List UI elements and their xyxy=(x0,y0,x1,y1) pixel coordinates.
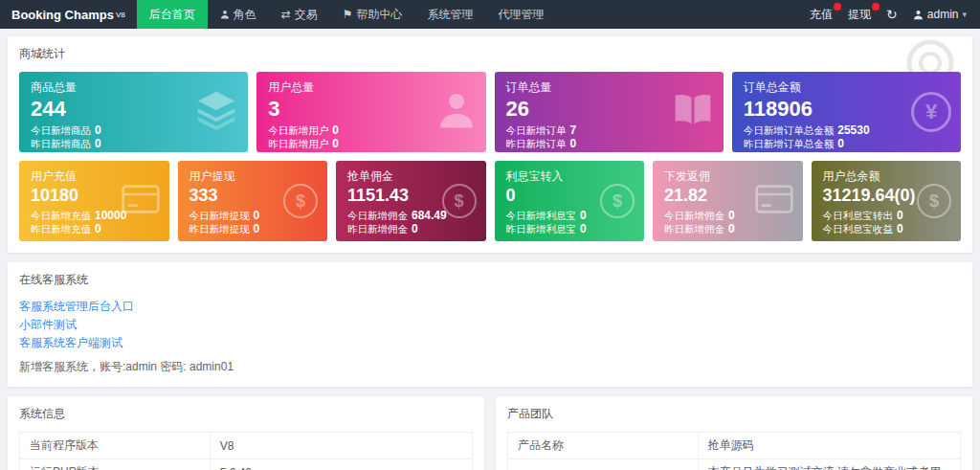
stat-sub-label: 昨日新增订单总金额 xyxy=(744,137,835,150)
stat-sub-label: 昨日新增订单 xyxy=(506,137,567,150)
stat-sub-today: 今日利息宝转出0 xyxy=(823,209,950,222)
stat-card-content: 用户提现 333 今日新增提现0 昨日新增提现0 xyxy=(189,168,317,235)
menu-label: 角色 xyxy=(234,7,256,23)
stat-card-orders: 订单总量 26 今日新增订单7 昨日新增订单0 xyxy=(495,72,724,152)
stat-sub-value: 0 xyxy=(95,137,101,150)
recharge-link[interactable]: 充值 xyxy=(810,7,833,23)
stat-card-interest-in: 利息宝转入 0 今日新增利息宝0 昨日新增利息宝0 $ xyxy=(495,161,645,241)
stat-label: 抢单佣金 xyxy=(347,168,475,185)
recharge-badge-dot xyxy=(834,3,841,11)
stat-sub-yesterday: 昨日新增利息宝0 xyxy=(506,222,634,235)
stat-label: 订单总金额 xyxy=(744,79,949,96)
stat-card-order-amount: 订单总金额 118906 今日新增订单总金额25530 昨日新增订单总金额0 ¥ xyxy=(732,72,961,152)
stat-sub-today: 今日新增佣金684.49 xyxy=(347,209,475,222)
table-row: 运行PHP版本 5.6.40 xyxy=(20,459,473,470)
stat-value: 21.82 xyxy=(664,186,791,206)
stat-card-content: 用户总余额 31219.64(0) 今日利息宝转出0 今日利息宝收益0 xyxy=(823,168,950,235)
stat-label: 商品总量 xyxy=(31,79,236,96)
main-menu: 后台首页 角色 ⇄ 交易 ⚑ 帮助中心 系统管理 代理管理 xyxy=(137,0,557,29)
stat-sub-value: 0 xyxy=(412,222,418,235)
stat-sub-value: 0 xyxy=(570,137,577,150)
recharge-label: 充值 xyxy=(810,8,833,21)
menu-item-help-center[interactable]: ⚑ 帮助中心 xyxy=(330,0,415,29)
stat-value: 31219.64(0) xyxy=(823,186,950,206)
stat-value: 10180 xyxy=(31,186,158,206)
info-label: 当前程序版本 xyxy=(20,433,211,459)
stats-panel-title: 商城统计 xyxy=(19,46,961,62)
service-admin-entry-link[interactable]: 客服系统管理后台入口 xyxy=(19,298,961,316)
exchange-icon: ⇄ xyxy=(281,8,291,21)
service-panel-title: 在线客服系统 xyxy=(19,272,961,288)
stat-sub-value: 25530 xyxy=(837,123,869,137)
stat-sub-yesterday: 今日利息宝收益0 xyxy=(823,222,950,235)
menu-item-system-mgmt[interactable]: 系统管理 xyxy=(415,0,486,29)
stat-sub-label: 昨日新增商品 xyxy=(31,137,91,150)
stat-card-total-balance: 用户总余额 31219.64(0) 今日利息宝转出0 今日利息宝收益0 $ xyxy=(812,161,962,241)
stats-row-secondary: 用户充值 10180 今日新增充值10000 昨日新增充值0 用户提现 333 … xyxy=(19,161,961,241)
stat-card-commission: 抢单佣金 1151.43 今日新增佣金684.49 昨日新增佣金0 $ xyxy=(336,161,486,241)
stat-sub-label: 今日新增佣金 xyxy=(664,209,724,222)
stat-sub-value: 0 xyxy=(254,222,260,235)
product-team-title: 产品团队 xyxy=(507,406,961,422)
stat-card-content: 订单总量 26 今日新增订单7 昨日新增订单0 xyxy=(506,79,712,150)
stat-card-content: 用户总量 3 今日新增用户0 昨日新增用户0 xyxy=(268,79,474,150)
stat-label: 下发返佣 xyxy=(664,168,791,185)
info-value: 抢单源码 xyxy=(698,433,960,459)
stat-card-users: 用户总量 3 今日新增用户0 昨日新增用户0 xyxy=(256,72,485,152)
menu-item-roles[interactable]: 角色 xyxy=(208,0,269,29)
menu-item-dashboard[interactable]: 后台首页 xyxy=(137,0,208,29)
stat-sub-yesterday: 昨日新增提现0 xyxy=(189,222,317,235)
stat-sub-label: 昨日新增佣金 xyxy=(664,222,724,235)
stat-sub-value: 0 xyxy=(332,137,339,150)
system-info-table: 当前程序版本 V8 运行PHP版本 5.6.40 ThinkPHP版本 5.1.… xyxy=(19,432,473,470)
stat-sub-label: 昨日新增提现 xyxy=(189,222,250,235)
admin-username: admin xyxy=(927,8,959,21)
service-account-note: 新增客服系统，账号:admin 密码: admin01 xyxy=(19,358,961,375)
stat-card-rebate: 下发返佣 21.82 今日新增佣金0 昨日新增佣金0 xyxy=(653,161,803,241)
widget-test-link[interactable]: 小部件测试 xyxy=(19,316,961,334)
withdraw-link[interactable]: 提现 xyxy=(848,7,871,23)
stat-sub-label: 昨日新增充值 xyxy=(31,222,91,235)
stat-sub-yesterday: 昨日新增佣金0 xyxy=(347,222,475,235)
stat-label: 用户总余额 xyxy=(823,168,950,185)
stat-sub-value: 0 xyxy=(897,222,903,235)
stat-sub-value: 7 xyxy=(570,123,577,137)
stat-sub-label: 今日新增利息宝 xyxy=(506,209,577,222)
info-label: 产品名称 xyxy=(508,433,699,459)
menu-item-agent-mgmt[interactable]: 代理管理 xyxy=(486,0,557,29)
table-row: 产品说明 本产品只为学习测试交流,请勿拿做商业或者用于违法行为,一切后果自负 xyxy=(508,459,961,470)
stat-card-recharge: 用户充值 10180 今日新增充值10000 昨日新增充值0 xyxy=(19,161,169,241)
stat-sub-label: 今日利息宝转出 xyxy=(823,209,894,222)
menu-item-transactions[interactable]: ⇄ 交易 xyxy=(269,0,330,29)
bottom-section: 系统信息 当前程序版本 V8 运行PHP版本 5.6.40 ThinkPHP版本… xyxy=(8,396,972,470)
service-client-test-link[interactable]: 客服系统客户端测试 xyxy=(19,334,961,352)
table-row: 产品名称 抢单源码 xyxy=(508,433,961,459)
stat-value: 3 xyxy=(268,97,474,121)
menu-label: 后台首页 xyxy=(149,7,195,23)
menu-label: 帮助中心 xyxy=(357,7,403,23)
stat-sub-label: 今日新增佣金 xyxy=(347,209,408,222)
withdraw-label: 提现 xyxy=(848,8,871,21)
system-info-title: 系统信息 xyxy=(19,406,473,422)
menu-label: 代理管理 xyxy=(499,7,545,23)
stat-card-withdraw: 用户提现 333 今日新增提现0 昨日新增提现0 $ xyxy=(178,161,328,241)
stat-sub-value: 0 xyxy=(95,123,101,137)
withdraw-badge-dot xyxy=(872,3,880,11)
stat-sub-value: 0 xyxy=(728,222,735,235)
brand-text: Booking Champs xyxy=(11,8,114,22)
info-value: 5.6.40 xyxy=(210,459,472,470)
stat-sub-value: 0 xyxy=(254,209,260,222)
refresh-icon[interactable]: ↻ xyxy=(886,7,898,22)
service-panel: 在线客服系统 客服系统管理后台入口 小部件测试 客服系统客户端测试 新增客服系统… xyxy=(8,262,972,387)
stat-sub-today: 今日新增利息宝0 xyxy=(506,209,634,222)
stats-row-primary: 商品总量 244 今日新增商品0 昨日新增商品0 用户总量 3 今日新增用户0 … xyxy=(19,72,961,152)
top-navbar: Booking Champs V8 后台首页 角色 ⇄ 交易 ⚑ 帮助中心 系统… xyxy=(0,0,980,29)
brand-logo[interactable]: Booking Champs V8 xyxy=(0,0,137,29)
admin-dropdown[interactable]: admin ▾ xyxy=(913,8,967,21)
stat-label: 用户充值 xyxy=(31,168,158,185)
stat-card-content: 订单总金额 118906 今日新增订单总金额25530 昨日新增订单总金额0 xyxy=(744,79,949,150)
user-icon xyxy=(220,10,230,19)
stat-sub-yesterday: 昨日新增订单0 xyxy=(506,137,712,150)
stat-label: 用户提现 xyxy=(189,168,317,185)
product-team-table: 产品名称 抢单源码 产品说明 本产品只为学习测试交流,请勿拿做商业或者用于违法行… xyxy=(507,432,961,470)
